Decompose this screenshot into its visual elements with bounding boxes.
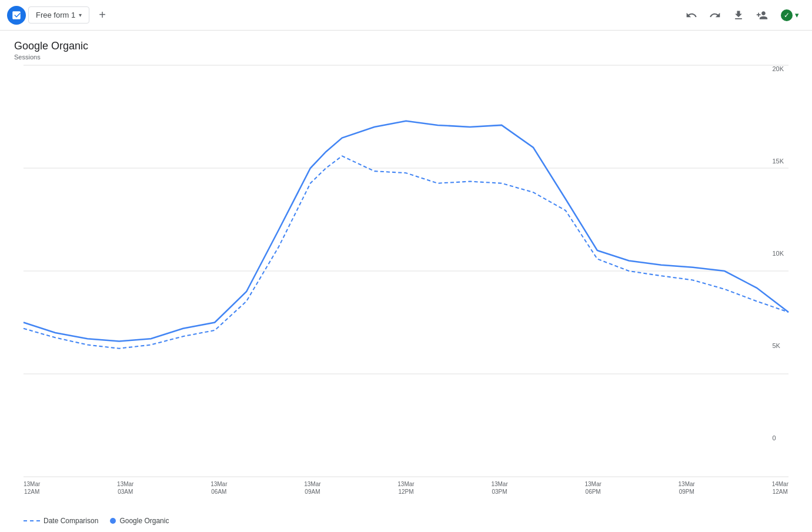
x-label-1: 13Mar 03AM (117, 480, 133, 500)
header-left: Free form 1 ▾ + (7, 5, 113, 26)
legend-google-organic: Google Organic (110, 517, 169, 525)
date-comparison-line (24, 156, 788, 348)
x-label-4: 13Mar 12PM (397, 480, 414, 500)
chart-svg (24, 65, 788, 477)
legend-google-organic-label: Google Organic (119, 517, 169, 525)
x-label-5: 13Mar 03PM (491, 480, 507, 500)
chart-title: Google Organic (0, 40, 812, 53)
undo-button[interactable] (681, 5, 702, 26)
legend-dot-icon (110, 518, 116, 524)
legend-date-comparison-label: Date Comparison (44, 517, 98, 525)
x-label-2: 13Mar 06AM (210, 480, 227, 500)
x-axis-labels: 13Mar 12AM 13Mar 03AM 13Mar 06AM 13Mar 0… (24, 477, 788, 500)
chart-subtitle: Sessions (0, 53, 812, 65)
chart-area: 20K 15K 10K 5K 0 (0, 65, 812, 512)
google-organic-line (24, 121, 788, 342)
tab-name: Free form 1 (36, 11, 75, 19)
download-button[interactable] (728, 5, 749, 26)
x-label-7: 13Mar 09PM (679, 480, 695, 500)
publish-check-icon: ✓ (781, 9, 793, 21)
chevron-down-icon: ▾ (79, 12, 82, 18)
chart-svg-wrapper: 20K 15K 10K 5K 0 (24, 65, 788, 477)
legend: Date Comparison Google Organic (0, 512, 812, 532)
tab-freeform[interactable]: Free form 1 ▾ (28, 6, 89, 24)
report-studio-icon (7, 6, 26, 25)
add-tab-button[interactable]: + (92, 5, 113, 26)
x-label-0: 13Mar 12AM (24, 480, 40, 500)
publish-dropdown-arrow: ▾ (795, 11, 799, 19)
redo-button[interactable] (704, 5, 726, 26)
header-right: ✓ ▾ (681, 5, 805, 26)
chart-container: Google Organic Sessions 20K 15K 10K 5K 0 (0, 31, 812, 532)
x-label-6: 13Mar 06PM (584, 480, 601, 500)
share-button[interactable] (751, 5, 773, 26)
publish-button[interactable]: ✓ ▾ (775, 6, 805, 25)
header: Free form 1 ▾ + ✓ ▾ (0, 0, 812, 31)
legend-date-comparison: Date Comparison (24, 517, 98, 525)
x-label-8: 14Mar 12AM (772, 480, 788, 500)
legend-dashed-icon (24, 520, 40, 521)
x-label-3: 13Mar 09AM (304, 480, 320, 500)
